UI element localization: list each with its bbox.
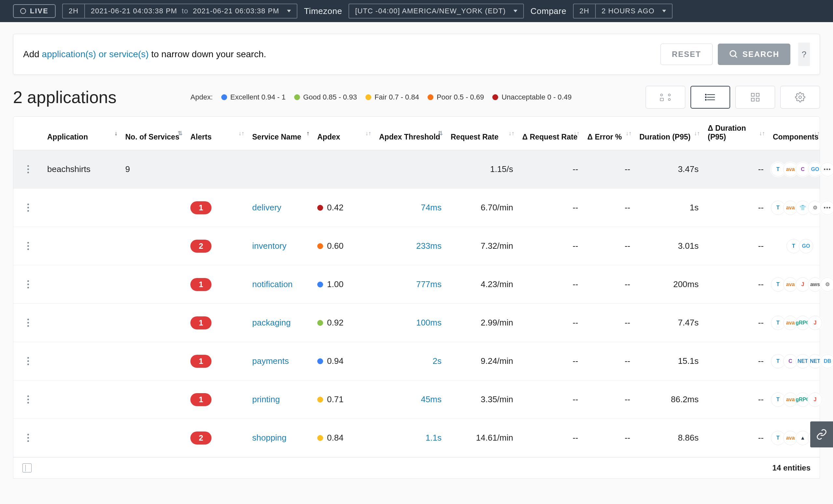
- apdex-threshold-link[interactable]: 74ms: [375, 199, 446, 217]
- cell-request-rate: 14.61/min: [446, 429, 518, 447]
- cell-components: TavaCGO•••: [768, 158, 833, 180]
- th-num-services[interactable]: No. of Services⇅: [121, 117, 186, 150]
- add-app-service-link[interactable]: application(s) or service(s): [42, 49, 149, 59]
- search-button[interactable]: SEARCH: [718, 44, 790, 65]
- service-name-link[interactable]: printing: [247, 390, 313, 408]
- svg-point-16: [799, 96, 802, 99]
- alert-badge[interactable]: 1: [190, 355, 212, 368]
- cell-duration: 15.1s: [635, 352, 703, 370]
- settings-button[interactable]: [780, 86, 820, 109]
- alert-badge[interactable]: 1: [190, 393, 212, 406]
- topbar: LIVE 2H 2021-06-21 04:03:38 PM to 2021-0…: [0, 0, 833, 22]
- alert-badge[interactable]: 2: [190, 240, 212, 253]
- th-application[interactable]: Application↓: [43, 117, 121, 150]
- th-apdex-threshold[interactable]: Apdex Threshold⇅: [375, 117, 446, 150]
- apdex-threshold-link[interactable]: 1.1s: [375, 429, 446, 447]
- view-grid-button[interactable]: [735, 86, 775, 109]
- alert-badge[interactable]: 1: [190, 317, 212, 329]
- compare-preset[interactable]: 2H: [573, 4, 595, 19]
- table-row-service: 2 inventory 0.60 233ms 7.32/min -- -- 3.…: [13, 227, 820, 265]
- cell-error-pct: --: [583, 199, 635, 217]
- cell-error-pct: --: [583, 390, 635, 408]
- legend-fair: Fair 0.7 - 0.84: [365, 93, 419, 101]
- row-menu-button[interactable]: [27, 242, 29, 250]
- reset-button[interactable]: RESET: [661, 44, 713, 65]
- th-request-rate[interactable]: Request Rate↓↑: [446, 117, 518, 150]
- apdex-threshold-link[interactable]: 233ms: [375, 237, 446, 255]
- apdex-value: 0.94: [317, 356, 370, 366]
- service-name-link[interactable]: shopping: [247, 429, 313, 447]
- apdex-threshold-link[interactable]: 100ms: [375, 314, 446, 332]
- column-toggle-button[interactable]: [22, 463, 31, 473]
- component-icon: J: [808, 393, 822, 407]
- svg-point-11: [706, 100, 707, 100]
- th-alerts[interactable]: Alerts↓↑: [186, 117, 247, 150]
- table-row-service: 1 notification 1.00 777ms 4.23/min -- --…: [13, 265, 820, 304]
- list-icon: [705, 93, 716, 101]
- cell-d-request-rate: --: [518, 390, 583, 408]
- row-menu-button[interactable]: [27, 357, 29, 365]
- apdex-value: 0.84: [317, 433, 370, 443]
- compare-label: Compare: [530, 6, 566, 16]
- compare-dropdown[interactable]: 2 HOURS AGO: [595, 4, 673, 19]
- cell-request-rate: 7.32/min: [446, 237, 518, 255]
- applications-table: Application↓ No. of Services⇅ Alerts↓↑ S…: [13, 117, 820, 457]
- cell-request-rate: 1.15/s: [446, 160, 518, 178]
- help-button[interactable]: ?: [798, 43, 810, 66]
- row-menu-button[interactable]: [27, 165, 29, 173]
- view-topology-button[interactable]: [646, 86, 685, 109]
- cell-num-services: 9: [121, 160, 186, 178]
- cell-components: TavaJaws⚙: [768, 274, 833, 296]
- apdex-threshold-link[interactable]: 777ms: [375, 275, 446, 293]
- topology-icon: [660, 93, 671, 101]
- cell-request-rate: 4.23/min: [446, 275, 518, 293]
- legend-unacceptable: Unacceptable 0 - 0.49: [492, 93, 571, 101]
- entity-count: 14 entities: [772, 463, 811, 473]
- alert-badge[interactable]: 1: [190, 278, 212, 291]
- row-menu-button[interactable]: [27, 280, 29, 288]
- row-menu-button[interactable]: [27, 204, 29, 212]
- th-d-duration-p95[interactable]: Δ Duration (P95)↓↑: [703, 117, 768, 150]
- compare-group: 2H 2 HOURS AGO: [573, 4, 673, 19]
- alert-badge[interactable]: 1: [190, 201, 212, 214]
- cell-d-request-rate: --: [518, 275, 583, 293]
- share-link-button[interactable]: [810, 422, 833, 448]
- th-apdex[interactable]: Apdex↓↑: [313, 117, 375, 150]
- service-name-link[interactable]: packaging: [247, 314, 313, 332]
- service-name-link[interactable]: notification: [247, 275, 313, 293]
- cell-error-pct: --: [583, 352, 635, 370]
- row-menu-button[interactable]: [27, 395, 29, 404]
- cell-d-duration: --: [703, 429, 768, 447]
- th-error-pct[interactable]: Δ Error %↓↑: [583, 117, 635, 150]
- th-components[interactable]: Components↓↑: [768, 117, 823, 150]
- svg-point-0: [730, 51, 736, 56]
- apdex-value: 1.00: [317, 279, 370, 289]
- th-d-request-rate[interactable]: Δ Request Rate↓↑: [518, 117, 583, 150]
- apdex-threshold-link[interactable]: 45ms: [375, 390, 446, 408]
- row-menu-button[interactable]: [27, 434, 29, 442]
- cell-d-duration: --: [703, 199, 768, 217]
- service-name-link[interactable]: delivery: [247, 199, 313, 217]
- alert-badge[interactable]: 2: [190, 431, 212, 445]
- row-menu-button[interactable]: [27, 319, 29, 327]
- time-range-dropdown[interactable]: 2021-06-21 04:03:38 PM to 2021-06-21 06:…: [84, 4, 298, 19]
- table-row-application: beachshirts 9 1.15/s -- -- 3.47s -- Tava…: [13, 150, 820, 188]
- live-button[interactable]: LIVE: [13, 4, 56, 18]
- component-icon: DB: [820, 354, 833, 369]
- apdex-value: 0.42: [317, 203, 370, 213]
- timezone-dropdown[interactable]: [UTC -04:00] AMERICA/NEW_YORK (EDT): [349, 4, 524, 19]
- svg-point-4: [668, 99, 670, 100]
- search-hint: Add application(s) or service(s) to narr…: [23, 49, 266, 59]
- legend-poor: Poor 0.5 - 0.69: [428, 93, 484, 101]
- time-range-preset[interactable]: 2H: [62, 4, 84, 19]
- cell-request-rate: 9.24/min: [446, 352, 518, 370]
- table-row-service: 1 delivery 0.42 74ms 6.70/min -- -- 1s -…: [13, 188, 820, 227]
- th-duration-p95[interactable]: Duration (P95)↓↑: [635, 117, 703, 150]
- apdex-threshold-link[interactable]: 2s: [375, 352, 446, 370]
- service-name-link[interactable]: inventory: [247, 237, 313, 255]
- service-name-link[interactable]: payments: [247, 352, 313, 370]
- cell-request-rate: 6.70/min: [446, 199, 518, 217]
- th-service-name[interactable]: Service Name↑: [247, 117, 313, 150]
- view-list-button[interactable]: [690, 86, 730, 109]
- search-icon: [729, 49, 739, 59]
